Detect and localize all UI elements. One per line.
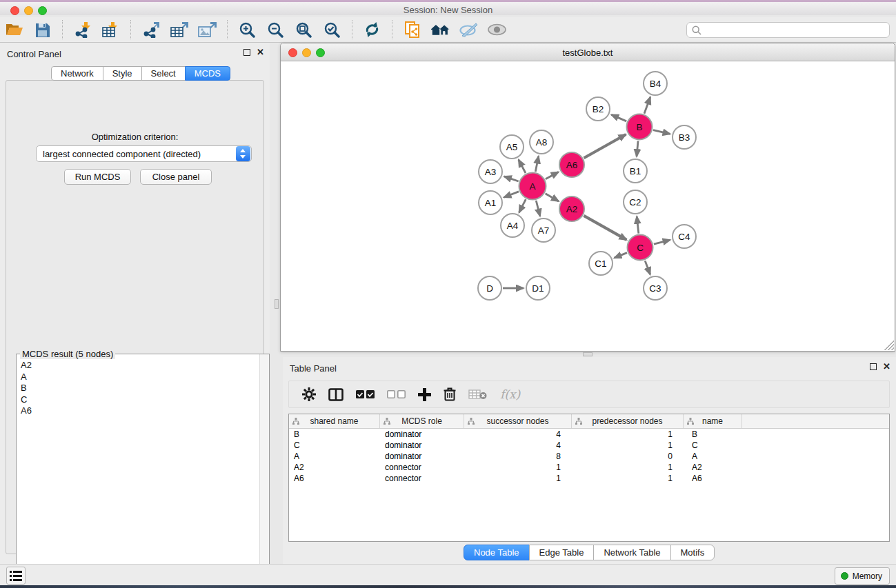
node-table-body: Bdominator41BCdominator41CAdominator80AA…: [289, 429, 889, 484]
float-table-panel-icon[interactable]: [870, 363, 877, 370]
export-table-icon[interactable]: [170, 21, 188, 39]
graph-edge-A-A8[interactable]: [535, 156, 539, 172]
dropdown-stepper-icon[interactable]: [236, 146, 250, 161]
column-label: name: [702, 416, 723, 426]
graph-edge-A-A6[interactable]: [546, 172, 559, 179]
table-cell: 1: [572, 440, 684, 451]
tab-mcds[interactable]: MCDS: [185, 66, 230, 81]
mcds-result-item[interactable]: A2: [21, 360, 259, 372]
table-row[interactable]: Bdominator41B: [289, 429, 889, 440]
mcds-result-item[interactable]: C: [21, 394, 259, 406]
float-panel-icon[interactable]: [243, 49, 250, 56]
zoom-out-icon[interactable]: [266, 21, 285, 39]
graph-edge-A-A2[interactable]: [546, 194, 559, 201]
column-header-name[interactable]: name: [684, 414, 742, 428]
tab-node-table[interactable]: Node Table: [464, 545, 530, 560]
toolbar-separator: [227, 20, 228, 39]
function-builder-icon[interactable]: f(x): [500, 387, 520, 401]
search-field[interactable]: [686, 22, 890, 38]
save-session-icon[interactable]: [33, 21, 52, 39]
tab-edge-table[interactable]: Edge Table: [529, 545, 595, 560]
delete-columns-icon[interactable]: [444, 387, 456, 401]
zoom-fit-icon[interactable]: [295, 21, 313, 39]
unselect-all-columns-icon[interactable]: [387, 390, 406, 398]
select-all-columns-icon[interactable]: [356, 390, 375, 398]
table-cell: connector: [380, 462, 464, 473]
graph-edge-B-B2[interactable]: [611, 114, 626, 121]
column-header-successor-nodes[interactable]: successor nodes: [464, 414, 572, 428]
copy-network-icon[interactable]: [403, 21, 421, 39]
horizontal-split-handle[interactable]: [583, 352, 593, 356]
optimization-criterion-select[interactable]: largest connected component (directed): [36, 145, 252, 162]
graph-node-label-C3: C3: [649, 283, 661, 294]
import-network-icon[interactable]: [73, 21, 92, 39]
task-history-button[interactable]: [6, 567, 26, 585]
tab-style[interactable]: Style: [103, 66, 142, 81]
graph-edge-B-B4[interactable]: [644, 97, 650, 114]
show-columns-icon[interactable]: [328, 388, 344, 401]
close-table-panel-icon[interactable]: ✕: [883, 363, 890, 370]
table-options-gear-icon[interactable]: [302, 387, 316, 401]
graph-edge-A-A7[interactable]: [536, 201, 540, 216]
graph-edge-A6-B[interactable]: [584, 134, 626, 158]
graph-edge-A-A1[interactable]: [504, 192, 519, 197]
table-panel: Table Panel ✕ f(x) shared nameMCDS roles…: [283, 357, 896, 564]
table-cell: connector: [380, 473, 464, 484]
vertical-split-handle[interactable]: [275, 299, 279, 309]
table-cell: A2: [684, 462, 742, 473]
graph-edge-A-A3[interactable]: [504, 176, 519, 181]
open-file-icon[interactable]: [5, 21, 23, 39]
export-network-icon[interactable]: [141, 21, 160, 39]
tab-network-table[interactable]: Network Table: [593, 545, 670, 560]
table-row[interactable]: A6connector11A6: [289, 473, 889, 484]
graph-node-label-A5: A5: [506, 142, 518, 152]
export-image-icon[interactable]: [198, 21, 217, 39]
create-column-icon[interactable]: [418, 388, 431, 401]
zoom-in-icon[interactable]: [238, 21, 257, 39]
graph-edge-B-B1[interactable]: [637, 141, 638, 156]
close-panel-button[interactable]: Close panel: [140, 169, 212, 185]
table-cell: 8: [464, 451, 572, 462]
mcds-result-item[interactable]: A: [21, 372, 259, 383]
graph-edge-A2-C[interactable]: [584, 216, 626, 240]
column-header-shared-name[interactable]: shared name: [289, 414, 380, 428]
graph-node-label-A4: A4: [507, 221, 519, 231]
delete-table-icon[interactable]: [468, 389, 487, 400]
zoom-selected-icon[interactable]: [323, 21, 341, 39]
table-cell: 4: [464, 429, 572, 440]
graph-edge-C-C2[interactable]: [637, 216, 639, 234]
table-row[interactable]: A2connector11A2: [289, 462, 889, 473]
mcds-result-item[interactable]: A6: [21, 405, 259, 417]
close-panel-icon[interactable]: ✕: [257, 49, 264, 56]
tab-select[interactable]: Select: [141, 66, 186, 81]
run-mcds-button[interactable]: Run MCDS: [64, 169, 131, 185]
network-canvas[interactable]: B4B2BB3A8A5A6A3B1AA1C2A2A4A7C4CC1C3DD1: [281, 61, 895, 351]
graph-edge-C-C4[interactable]: [654, 240, 670, 244]
graph-node-label-B2: B2: [593, 104, 604, 114]
show-graphics-details-icon[interactable]: [488, 21, 506, 39]
mcds-result-item[interactable]: B: [21, 383, 259, 394]
mcds-result-scrollbar[interactable]: [259, 354, 269, 588]
hide-graphics-details-icon[interactable]: [459, 21, 478, 39]
table-row[interactable]: Adominator80A: [289, 451, 889, 462]
search-input[interactable]: [701, 26, 889, 35]
graph-edge-C-C3[interactable]: [645, 261, 650, 274]
refresh-view-icon[interactable]: [363, 21, 381, 39]
graph-edge-A-A5[interactable]: [519, 160, 526, 173]
graph-edge-C-C1[interactable]: [614, 253, 627, 258]
window-resize-grip[interactable]: [884, 341, 894, 350]
column-header-MCDS-role[interactable]: MCDS role: [380, 414, 464, 428]
memory-button[interactable]: Memory: [835, 567, 890, 585]
import-table-icon[interactable]: [101, 21, 120, 39]
tab-motifs[interactable]: Motifs: [670, 545, 715, 560]
graph-edge-A-A4[interactable]: [519, 199, 526, 212]
home-layout-icon[interactable]: [431, 21, 450, 39]
control-panel-tabs: Network Style Select MCDS: [51, 66, 230, 81]
table-cell: C: [289, 440, 380, 451]
tab-network[interactable]: Network: [51, 66, 103, 81]
column-header-predecessor-nodes[interactable]: predecessor nodes: [572, 414, 684, 428]
graph-edge-B-B3[interactable]: [653, 130, 670, 134]
network-window-titlebar[interactable]: testGlobe.txt: [281, 43, 895, 61]
table-row[interactable]: Cdominator41C: [289, 440, 889, 451]
table-cell: dominator: [380, 429, 464, 440]
